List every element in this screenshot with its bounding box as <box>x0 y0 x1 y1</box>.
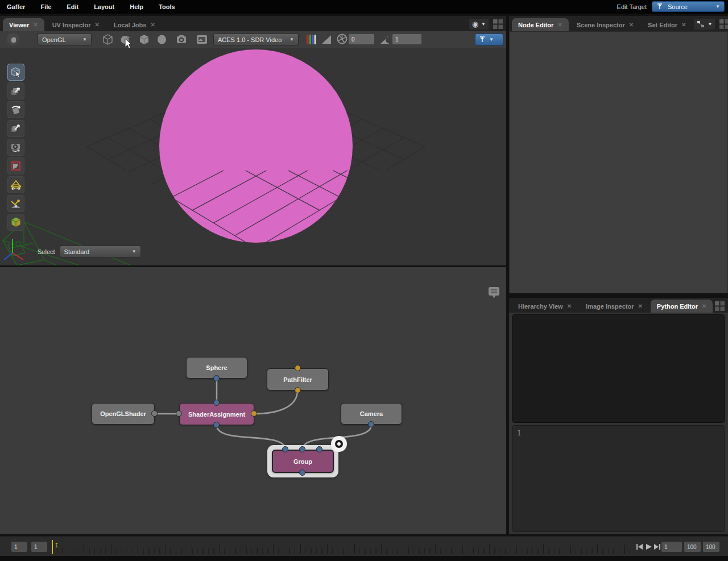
chevron-down-icon: ▼ <box>82 37 87 42</box>
shaderassignment-filter-plug[interactable] <box>251 410 257 417</box>
node-openglshader[interactable]: OpenGLShader <box>92 403 155 425</box>
sphere-out-plug[interactable] <box>213 375 220 381</box>
menu-layout[interactable]: Layout <box>94 3 114 10</box>
timeline-playhead[interactable] <box>52 540 53 554</box>
timeline-end-field[interactable]: 100 <box>684 542 701 552</box>
menu-edit[interactable]: Edit <box>67 3 78 10</box>
tab-set-editor[interactable]: Set Editor ✕ <box>642 18 692 31</box>
scene-render <box>0 48 506 265</box>
light-position-tool-icon <box>9 197 23 210</box>
exposure-triangle-icon[interactable] <box>321 35 332 44</box>
go-to-start-icon[interactable] <box>636 543 644 551</box>
tab-viewer[interactable]: Viewer ✕ <box>3 18 44 31</box>
gamma-field[interactable]: 1 <box>392 34 421 44</box>
viewer-toolbar: OpenGL ▼ ACES 1.0 - SDR Video ▼ <box>0 31 506 48</box>
menu-help[interactable]: Help <box>130 3 143 10</box>
menu-file[interactable]: File <box>40 3 51 10</box>
pathfilter-in-plug[interactable] <box>295 365 301 371</box>
channels-rgb-icon[interactable] <box>306 34 317 45</box>
sphere-object <box>159 49 353 243</box>
tab-python-editor[interactable]: Python Editor ✕ <box>651 300 713 313</box>
play-icon[interactable] <box>645 543 653 551</box>
translate-tool-button[interactable] <box>7 82 24 99</box>
camera-settings-icon[interactable] <box>175 34 188 45</box>
tab-scene-inspector[interactable]: Scene Inspector ✕ <box>570 18 640 31</box>
layout-menu-icon[interactable] <box>719 19 728 29</box>
timeline-current-field[interactable]: 1 <box>31 542 47 552</box>
tab-node-editor[interactable]: Node Editor ✕ <box>512 18 569 31</box>
edit-target-label: Edit Target <box>617 3 647 10</box>
menu-tools[interactable]: Tools <box>159 3 175 10</box>
close-icon[interactable]: ✕ <box>638 303 642 309</box>
close-icon[interactable]: ✕ <box>95 22 100 28</box>
go-to-end-icon[interactable] <box>653 543 661 551</box>
close-icon[interactable]: ✕ <box>150 22 155 28</box>
close-icon[interactable]: ✕ <box>567 303 572 309</box>
tab-image-inspector[interactable]: Image Inspector ✕ <box>580 300 649 313</box>
select-mode-dropdown[interactable]: Standard ▼ <box>60 246 141 257</box>
camera-tool-button[interactable] <box>7 139 24 156</box>
drawing-mode-solid-cube-icon[interactable] <box>138 34 150 45</box>
edit-target-dropdown[interactable]: Source ▼ <box>652 1 725 12</box>
timeline-start-field[interactable]: 1 <box>11 542 27 552</box>
viewer-pin-button[interactable]: ▼ <box>475 34 503 45</box>
scale-tool-button[interactable] <box>7 120 24 137</box>
scene-view-icon[interactable] <box>196 34 208 45</box>
group-in1-plug[interactable] <box>299 446 305 452</box>
camera-out-plug[interactable] <box>368 421 374 427</box>
tab-local-jobs[interactable]: Local Jobs ✕ <box>107 18 162 31</box>
group-in2-plug[interactable] <box>316 446 322 452</box>
graph-editor-canvas[interactable]: Sphere PathFilter OpenGLShader ShaderAss… <box>0 282 506 534</box>
exposure-field[interactable]: 0 <box>349 34 374 44</box>
close-icon[interactable]: ✕ <box>629 22 634 28</box>
light-tool-icon <box>9 178 23 192</box>
translate-tool-icon <box>10 85 22 97</box>
timeline-stop-field[interactable]: 100 <box>703 542 719 552</box>
light-tool-button[interactable] <box>7 176 24 193</box>
rotate-tool-button[interactable] <box>7 101 24 118</box>
pan-hand-icon[interactable] <box>7 33 19 45</box>
viewer-tab-bar: Viewer ✕ UV Inspector ✕ Local Jobs ✕ ◉ ▼ <box>0 16 506 31</box>
viewer-focus-menu-button[interactable]: ◉ ▼ <box>469 19 489 30</box>
focus-ring-icon[interactable] <box>331 436 347 452</box>
pathfilter-out-plug[interactable] <box>295 387 301 393</box>
shaderassignment-in-plug[interactable] <box>213 400 220 406</box>
python-output-area[interactable] <box>512 314 725 423</box>
node-editor-content <box>509 31 728 293</box>
layout-menu-icon[interactable] <box>493 19 503 29</box>
drawing-mode-wireframe-icon[interactable] <box>102 34 114 45</box>
crop-window-tool-button[interactable] <box>7 157 24 174</box>
viewer-viewport[interactable]: Select Standard ▼ <box>0 48 506 265</box>
renderer-dropdown[interactable]: OpenGL ▼ <box>38 34 92 45</box>
tab-hierarchy-view[interactable]: Hierarchy View ✕ <box>512 300 578 313</box>
close-icon[interactable]: ✕ <box>681 22 686 28</box>
close-icon[interactable]: ✕ <box>702 303 706 309</box>
group-out-plug[interactable] <box>299 469 305 476</box>
node-editor-mode-button[interactable]: ▼ <box>694 19 715 30</box>
node-graph-mini-icon <box>697 20 705 28</box>
openglshader-out-plug[interactable] <box>151 410 158 417</box>
visualiser-tool-button[interactable] <box>7 214 24 231</box>
close-icon[interactable]: ✕ <box>557 22 562 28</box>
display-transform-dropdown[interactable]: ACES 1.0 - SDR Video ▼ <box>213 34 299 45</box>
pin-icon <box>656 3 663 10</box>
layout-menu-icon[interactable] <box>715 301 725 311</box>
aperture-icon[interactable] <box>337 34 348 44</box>
crop-window-tool-icon <box>10 160 22 172</box>
group-in0-plug[interactable] <box>282 446 288 452</box>
gamma-triangle-icon[interactable] <box>380 35 391 44</box>
chevron-down-icon: ▼ <box>715 4 720 9</box>
rotate-tool-icon <box>10 103 22 116</box>
shaderassignment-out-plug[interactable] <box>213 422 220 428</box>
close-icon[interactable]: ✕ <box>33 22 38 28</box>
tab-uv-inspector[interactable]: UV Inspector ✕ <box>46 18 106 31</box>
shaderassignment-shader-plug[interactable] <box>176 410 182 417</box>
light-position-tool-button[interactable] <box>7 195 24 212</box>
gaffer-app: { "icons": { "close": "✕", "dropdown": "… <box>0 0 728 561</box>
timeline-frame-field[interactable]: 1 <box>661 542 682 552</box>
select-tool-button[interactable] <box>7 64 24 81</box>
menu-gaffer[interactable]: Gaffer <box>7 3 25 10</box>
drawing-mode-points-icon[interactable] <box>156 34 168 45</box>
visualiser-tool-icon <box>10 216 22 228</box>
python-input-area[interactable]: 1 <box>512 425 725 532</box>
